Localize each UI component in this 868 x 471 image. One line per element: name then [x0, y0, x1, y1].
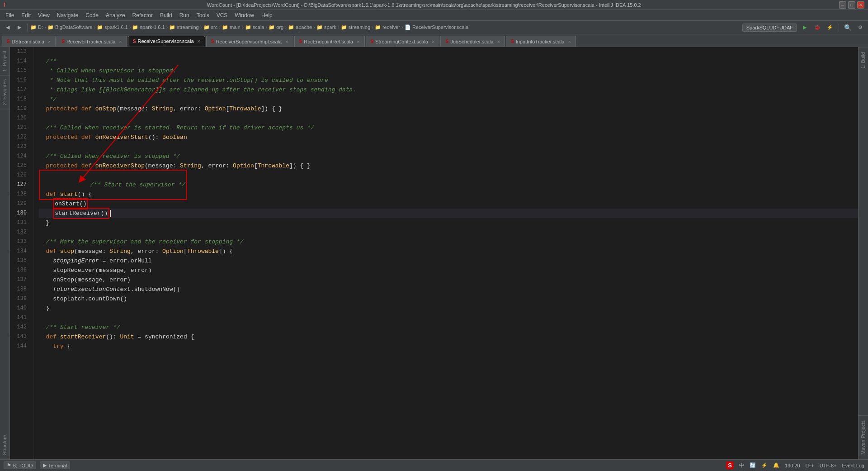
code-line-142: /** Start receiver */	[39, 323, 858, 332]
menu-analyze[interactable]: Analyze	[102, 11, 129, 19]
menu-view[interactable]: View	[34, 11, 53, 19]
menu-code[interactable]: Code	[82, 11, 102, 19]
terminal-button[interactable]: ▶ Terminal	[40, 461, 71, 469]
tab-inputinfotracker-label: InputInfoTracker.scala	[516, 39, 565, 44]
search-everywhere-button[interactable]: 🔍	[843, 23, 853, 33]
build-panel-button[interactable]: 1: Build	[859, 47, 868, 73]
receiversupervisor-icon: S	[133, 39, 136, 44]
line-124: 124	[10, 152, 30, 161]
maven-panel-button[interactable]: Maven Projects	[859, 415, 868, 459]
menu-build[interactable]: Build	[156, 11, 176, 19]
todo-button[interactable]: ⚑ 6: TODO	[4, 461, 36, 469]
tab-inputinfotracker[interactable]: S InputInfoTracker.scala ×	[506, 36, 576, 47]
menu-navigate[interactable]: Navigate	[53, 11, 82, 19]
code-line-121: /** Called when receiver is started. Ret…	[39, 123, 858, 133]
line-128: ▾128	[10, 190, 30, 199]
line-123: 123	[10, 142, 30, 152]
tab-rpcendpointref-label: RpcEndpointRef.scala	[304, 39, 353, 44]
line-138: 138	[10, 285, 30, 294]
status-encoding: UTF-8+	[820, 463, 837, 468]
title-bar: I WordCount - [D:\IdeaProjects\WordCount…	[0, 0, 868, 10]
maximize-button[interactable]: □	[848, 1, 855, 9]
menu-bar: File Edit View Navigate Code Analyze Ref…	[0, 10, 868, 21]
jobscheduler-icon: S	[445, 39, 448, 44]
tab-streamingcontext-close[interactable]: ×	[432, 39, 434, 44]
tab-rpcendpointref[interactable]: S RpcEndpointRef.scala ×	[294, 36, 365, 47]
project-panel-button[interactable]: 1: Project	[0, 47, 9, 76]
tab-inputinfotracker-close[interactable]: ×	[568, 39, 571, 44]
menu-edit[interactable]: Edit	[18, 11, 34, 19]
code-content[interactable]: /** * Called when supervisor is stopped.…	[33, 47, 858, 459]
line-117: 117	[10, 85, 30, 95]
line-114: 114	[10, 57, 30, 66]
tab-receivertracker-close[interactable]: ×	[119, 39, 122, 44]
line-129: 129	[10, 199, 30, 209]
ime-indicator: 中	[739, 462, 744, 469]
back-button[interactable]: ◀	[3, 23, 13, 33]
line-125: 125	[10, 161, 30, 171]
tab-receiversupervisorimpl-close[interactable]: ×	[285, 39, 288, 44]
code-line-143: def startReceiver(): Unit = synchronized…	[39, 332, 858, 342]
menu-vcs[interactable]: VCS	[213, 11, 231, 19]
project-name[interactable]: SparkSQLUDFUDAF	[742, 24, 797, 32]
code-line-124: /** Called when receiver is stopped */	[39, 152, 858, 161]
menu-help[interactable]: Help	[258, 11, 276, 19]
line-113: 113	[10, 47, 30, 57]
todo-icon: ⚑	[7, 462, 11, 468]
tab-rpcendpointref-close[interactable]: ×	[357, 39, 359, 44]
menu-refactor[interactable]: Refactor	[129, 11, 156, 19]
editor-area[interactable]: 113 114 115 116 117 118 119 120 121 122 …	[10, 47, 858, 459]
close-button[interactable]: ✕	[857, 1, 864, 9]
title-text: WordCount - [D:\IdeaProjects\WordCount] …	[9, 2, 839, 8]
status-icon-2: ⚡	[761, 462, 768, 468]
tab-receivertracker[interactable]: S ReceiverTracker.scala ×	[57, 36, 127, 47]
tab-receiversupervisor-close[interactable]: ×	[198, 38, 200, 44]
minimize-button[interactable]: ─	[839, 1, 846, 9]
tab-receiversupervisor-label: ReceiverSupervisor.scala	[137, 38, 193, 44]
tab-receiversupervisorimpl-label: ReceiverSupervisorImpl.scala	[216, 39, 282, 44]
structure-panel-button[interactable]: Structure	[0, 431, 9, 459]
tab-jobscheduler[interactable]: S JobScheduler.scala ×	[440, 36, 505, 47]
code-line-141	[39, 313, 858, 323]
terminal-label: Terminal	[48, 463, 67, 468]
code-line-136: stopReceiver(message, error)	[39, 266, 858, 275]
settings-button[interactable]: ⚙	[855, 23, 865, 33]
tab-dstream[interactable]: S DStream.scala ×	[2, 36, 56, 47]
code-line-139: stopLatch.countDown()	[39, 294, 858, 304]
menu-tools[interactable]: Tools	[193, 11, 213, 19]
tab-streamingcontext-label: StreamingContext.scala	[375, 39, 428, 44]
code-line-122: protected def onReceiverStart(): Boolean	[39, 133, 858, 142]
favorites-panel-button[interactable]: 2: Favorites	[0, 76, 9, 109]
tab-streamingcontext[interactable]: S StreamingContext.scala ×	[366, 36, 440, 47]
receiversupervisorimpl-icon: S	[211, 39, 214, 44]
line-132: 132	[10, 228, 30, 237]
tab-jobscheduler-label: JobScheduler.scala	[450, 39, 493, 44]
tab-dstream-close[interactable]: ×	[48, 39, 51, 44]
tab-receiversupervisor[interactable]: S ReceiverSupervisor.scala ×	[128, 36, 205, 47]
left-panel: 1: Project 2: Favorites Structure	[0, 47, 10, 459]
code-line-115: * Called when supervisor is stopped.	[39, 66, 858, 76]
coverage-button[interactable]: ⚡	[825, 23, 835, 33]
code-line-138: futureExecutionContext.shutdownNow()	[39, 285, 858, 294]
line-139: 139	[10, 294, 30, 304]
forward-button[interactable]: ▶	[14, 23, 24, 33]
code-line-144: try {	[39, 342, 858, 351]
menu-run[interactable]: Run	[176, 11, 193, 19]
event-log-button[interactable]: Event Log	[842, 463, 864, 468]
line-137: 137	[10, 275, 30, 285]
tab-jobscheduler-close[interactable]: ×	[497, 39, 500, 44]
code-line-113	[39, 47, 858, 57]
tab-receiversupervisorimpl[interactable]: S ReceiverSupervisorImpl.scala ×	[206, 36, 293, 47]
line-143: ▾143	[10, 332, 30, 342]
streamingcontext-icon: S	[371, 39, 374, 44]
toolbar-sep-2	[839, 24, 839, 32]
menu-file[interactable]: File	[2, 11, 18, 19]
status-lineending: LF+	[806, 463, 814, 468]
toolbar-path-d: 📁 D: › 📁 BigDataSoftware › 📁 spark1.6.1 …	[30, 24, 468, 30]
menu-window[interactable]: Window	[231, 11, 258, 19]
line-144: 144	[10, 342, 30, 351]
run-button[interactable]: ▶	[800, 23, 810, 33]
code-line-120	[39, 114, 858, 123]
code-line-119: protected def onStop(message: String, er…	[39, 104, 858, 114]
debug-button[interactable]: 🐞	[812, 23, 822, 33]
